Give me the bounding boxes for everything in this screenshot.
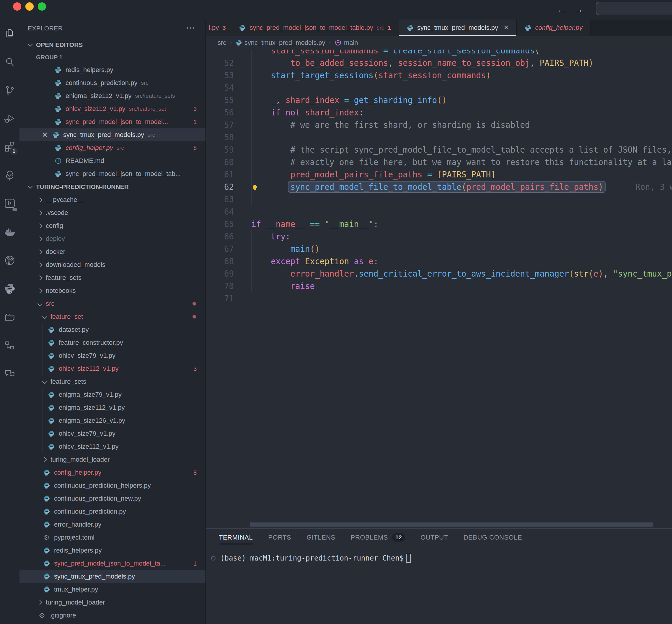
tree-item-label: ohlcv_size112_v1.py	[59, 365, 119, 372]
open-editor-item[interactable]: redis_helpers.py	[20, 63, 206, 76]
tree-item[interactable]: turing_model_loader	[20, 453, 206, 466]
terminal-content[interactable]: (base) macM1:turing-prediction-runner Ch…	[211, 554, 672, 563]
maximize-window-button[interactable]	[38, 2, 46, 10]
open-editor-item[interactable]: config_helper.pysrc8	[20, 141, 206, 154]
tree-item[interactable]: enigma_size112_v1.py	[20, 401, 206, 414]
open-editor-item[interactable]: ✕sync_tmux_pred_models.pysrc	[20, 128, 206, 141]
open-editor-item[interactable]: continuous_prediction.pysrc	[20, 76, 206, 89]
activity-item-flowchart[interactable]	[0, 331, 20, 360]
chevron-right-icon	[37, 600, 43, 605]
open-editor-item[interactable]: sync_pred_model_json_to_model...1	[20, 115, 206, 128]
activity-item-commit-graph[interactable]	[0, 246, 20, 275]
tree-item[interactable]: tmux_helper.py	[20, 583, 206, 596]
tree-item[interactable]: config_helper.py8	[20, 466, 206, 479]
tree-item[interactable]: .gitignore	[20, 609, 206, 622]
line-number: 64	[206, 205, 234, 218]
tree-item-label: enigma_size126_v1.py	[59, 417, 125, 424]
open-editor-item[interactable]: sync_pred_model_json_to_model_tab...	[20, 167, 206, 180]
activity-item-explorer[interactable]	[0, 20, 20, 48]
tree-item[interactable]: docker	[20, 245, 206, 258]
tree-item[interactable]: notebooks	[20, 284, 206, 297]
tree-item[interactable]: continuous_prediction.py	[20, 505, 206, 518]
close-icon[interactable]: ✕	[503, 24, 509, 32]
editor-tab[interactable]: sync_tmux_pred_models.py✕	[399, 20, 517, 36]
navigate-back-icon[interactable]: ←	[555, 2, 569, 16]
tree-item[interactable]: sync_pred_model_json_to_model_ta...1	[20, 557, 206, 570]
activity-item-project-manager[interactable]	[0, 303, 20, 331]
tree-item[interactable]: feature_sets	[20, 375, 206, 388]
breadcrumb-item[interactable]: sync_tmux_pred_models.py	[244, 39, 326, 47]
open-editor-item[interactable]: README.md	[20, 154, 206, 167]
tree-item[interactable]: ohlcv_size79_v1.py	[20, 349, 206, 362]
tab-problem-badge: 3	[222, 25, 226, 31]
tree-item[interactable]: __pycache__	[20, 193, 206, 206]
chevron-right-icon	[37, 262, 43, 267]
tree-item[interactable]: continuous_prediction_new.py	[20, 492, 206, 505]
tree-item[interactable]: ohlcv_size79_v1.py	[20, 427, 206, 440]
line-number: 55	[206, 94, 234, 106]
tree-item[interactable]: error_handler.py	[20, 518, 206, 531]
code-line: 69error_handler.send_critical_error_to_a…	[206, 267, 672, 280]
tree-item-label: feature_set	[51, 313, 83, 320]
activity-item-docker[interactable]	[0, 218, 20, 246]
tree-item[interactable]: ohlcv_size112_v1.py3	[20, 362, 206, 375]
tab-label: sync_pred_model_json_to_model_table.py	[250, 24, 373, 32]
tree-item[interactable]: config	[20, 219, 206, 232]
tree-item[interactable]: deploy	[20, 232, 206, 245]
more-actions-icon[interactable]: ⋯	[186, 22, 196, 33]
breadcrumb-item[interactable]: src	[217, 39, 226, 47]
panel-tab-output[interactable]: OUTPUT	[420, 529, 448, 546]
activity-item-run-debug[interactable]	[0, 104, 20, 133]
editor-tab[interactable]: config_helper.py	[517, 20, 591, 36]
tree-item[interactable]: enigma_size126_v1.py	[20, 414, 206, 427]
activity-item-terraform[interactable]	[0, 189, 20, 218]
panel-tab-terminal[interactable]: TERMINAL	[219, 529, 253, 546]
tree-item[interactable]: continuous_prediction_helpers.py	[20, 479, 206, 492]
tree-item[interactable]: feature_constructor.py	[20, 336, 206, 349]
tree-item[interactable]: enigma_size79_v1.py	[20, 388, 206, 401]
editor-tab[interactable]: l.py3	[206, 20, 231, 36]
navigate-forward-icon[interactable]: →	[572, 2, 585, 16]
activity-item-comments[interactable]	[0, 360, 20, 388]
panel-tab-debug-console[interactable]: DEBUG CONSOLE	[464, 529, 522, 546]
open-editors-header[interactable]: OPEN EDITORS	[20, 38, 206, 51]
minimize-window-button[interactable]	[25, 2, 34, 10]
python-file-icon	[54, 144, 62, 151]
tree-item[interactable]: .vscode	[20, 206, 206, 219]
code-editor[interactable]: start_session_commands = create_start_se…	[206, 50, 672, 523]
activity-item-search[interactable]	[0, 48, 20, 76]
tree-item[interactable]: downloaded_models	[20, 258, 206, 271]
command-center-search[interactable]	[596, 2, 672, 15]
panel-tab-ports[interactable]: PORTS	[268, 529, 291, 546]
tree-item[interactable]: sync_tmux_pred_models.py	[20, 570, 206, 583]
breadcrumb[interactable]: src›sync_tmux_pred_models.py›main	[206, 36, 672, 50]
panel-tab-problems[interactable]: PROBLEMS12	[351, 529, 405, 546]
tree-item[interactable]: dataset.py	[20, 323, 206, 336]
activity-item-extensions[interactable]: 1	[0, 133, 20, 161]
editor-tab[interactable]: sync_pred_model_json_to_model_table.pysr…	[231, 20, 399, 36]
code-line: 63	[206, 193, 672, 205]
close-icon[interactable]: ✕	[42, 131, 48, 139]
tree-item[interactable]: feature_set	[20, 310, 206, 323]
panel-tab-gitlens[interactable]: GITLENS	[307, 529, 335, 546]
close-window-button[interactable]	[13, 2, 21, 10]
python-file-icon	[43, 521, 51, 528]
activity-item-source-control[interactable]	[0, 76, 20, 104]
python-file-icon	[43, 547, 51, 554]
terminal-cursor	[406, 554, 411, 563]
tree-item[interactable]: ohlcv_size112_v1.py	[20, 440, 206, 453]
tree-item[interactable]: feature_sets	[20, 271, 206, 284]
horizontal-scrollbar[interactable]	[250, 522, 653, 527]
python-icon	[4, 283, 16, 294]
workspace-root-header[interactable]: TURING-PREDICTION-RUNNER	[20, 180, 206, 193]
tree-item[interactable]: ⚙pyproject.toml	[20, 531, 206, 544]
open-editor-item[interactable]: ohlcv_size112_v1.pysrc/feature_set3	[20, 102, 206, 115]
python-file-icon	[48, 404, 55, 411]
tree-item[interactable]: turing_model_loader	[20, 596, 206, 609]
breadcrumb-item[interactable]: main	[344, 39, 358, 47]
open-editor-item[interactable]: enigma_size112_v1.pysrc/feature_sets	[20, 89, 206, 102]
activity-item-todo-tree[interactable]	[0, 161, 20, 189]
activity-item-python[interactable]	[0, 275, 20, 303]
tree-item[interactable]: redis_helpers.py	[20, 544, 206, 557]
tree-item[interactable]: src	[20, 297, 206, 310]
